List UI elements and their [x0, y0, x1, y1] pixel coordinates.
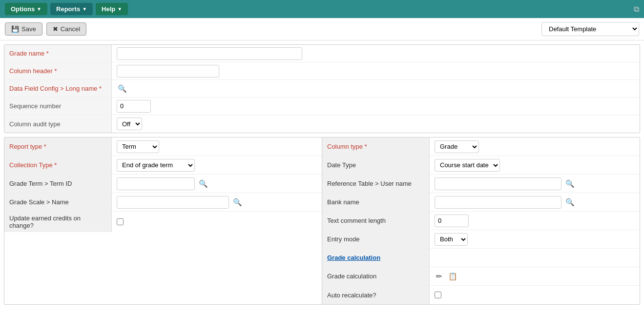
ref-table-label: Reference Table > User name	[322, 175, 430, 193]
grade-scale-input[interactable]	[117, 196, 229, 209]
entry-mode-label: Entry mode	[322, 230, 430, 248]
grade-calculation-control: ✏ 📋	[430, 270, 640, 283]
grade-term-search-button[interactable]: 🔍	[198, 179, 209, 188]
text-comment-control	[430, 213, 640, 229]
top-toolbar: Options ▼ Reports ▼ Help ▼ ⧉	[0, 0, 644, 18]
help-button[interactable]: Help ▼	[96, 3, 128, 15]
grade-name-input[interactable]	[117, 47, 302, 60]
date-type-select[interactable]: Course start date Course end date	[435, 159, 500, 172]
column-type-row: Column type * Grade Comment Both	[322, 137, 640, 156]
cancel-button[interactable]: ✖ Cancel	[46, 22, 86, 36]
save-icon: 💾	[11, 25, 19, 33]
options-button[interactable]: Options ▼	[5, 3, 47, 15]
grade-name-label: Grade name *	[4, 45, 112, 62]
column-audit-row: Column audit type Off	[4, 115, 640, 133]
grade-name-control	[112, 45, 640, 62]
column-header-label: Column header *	[4, 62, 112, 79]
collection-type-select[interactable]: End of grade term Beginning of term End …	[117, 159, 195, 172]
bank-name-row: Bank name 🔍	[322, 193, 640, 212]
column-audit-label: Column audit type	[4, 115, 112, 133]
bottom-form-section: Report type * Term Final Progress Collec…	[4, 137, 640, 305]
reports-label: Reports	[56, 5, 80, 13]
grade-calculation-section-label: Grade calculation	[322, 249, 430, 267]
ref-table-search-button[interactable]: 🔍	[564, 179, 576, 188]
report-type-label: Report type *	[4, 137, 112, 156]
update-credits-row: Update earned credits on change?	[4, 212, 322, 232]
sequence-number-control	[112, 98, 640, 115]
template-select[interactable]: Default Template	[541, 22, 639, 36]
text-comment-label: Text comment length	[322, 212, 430, 230]
grade-scale-search-button[interactable]: 🔍	[232, 198, 243, 207]
grade-scale-row: Grade Scale > Name 🔍	[4, 193, 322, 212]
help-arrow-icon: ▼	[117, 6, 122, 12]
text-comment-input[interactable]	[435, 215, 469, 227]
sequence-number-label: Sequence number	[4, 98, 112, 115]
auto-recalculate-row: Auto recalculate?	[322, 286, 640, 304]
column-type-select[interactable]: Grade Comment Both	[435, 140, 479, 153]
grade-calculation-link[interactable]: Grade calculation	[327, 254, 380, 261]
bank-name-input[interactable]	[435, 196, 561, 209]
update-credits-checkbox[interactable]	[117, 218, 124, 225]
window-control: ⧉	[634, 5, 639, 14]
options-arrow-icon: ▼	[37, 6, 42, 12]
auto-recalculate-control	[430, 290, 640, 300]
bank-name-label: Bank name	[322, 193, 430, 211]
entry-mode-control: Both Direct Grid	[430, 231, 640, 248]
collection-type-label: Collection Type *	[4, 156, 112, 174]
right-panel: Column type * Grade Comment Both Date Ty…	[322, 137, 640, 304]
report-type-select[interactable]: Term Final Progress	[117, 140, 159, 153]
date-type-row: Date Type Course start date Course end d…	[322, 156, 640, 175]
column-header-control	[112, 63, 640, 79]
reports-arrow-icon: ▼	[82, 6, 87, 12]
column-header-row: Column header *	[4, 62, 640, 80]
auto-recalculate-checkbox[interactable]	[435, 292, 441, 298]
grade-calculation-header-control	[430, 256, 640, 260]
column-audit-control: Off	[112, 116, 640, 132]
column-header-input[interactable]	[117, 65, 219, 78]
reports-button[interactable]: Reports ▼	[50, 3, 93, 15]
sequence-number-row: Sequence number	[4, 98, 640, 115]
update-credits-label: Update earned credits on change?	[4, 212, 112, 232]
data-field-row: Data Field Config > Long name * 🔍	[4, 80, 640, 98]
grade-calculation-edit-button[interactable]: ✏	[435, 272, 444, 281]
grade-term-row: Grade Term > Term ID 🔍	[4, 175, 322, 193]
cancel-label: Cancel	[61, 25, 80, 33]
save-label: Save	[21, 25, 36, 33]
entry-mode-select[interactable]: Both Direct Grid	[435, 233, 468, 246]
ref-table-row: Reference Table > User name 🔍	[322, 175, 640, 193]
column-audit-select[interactable]: Off	[117, 117, 142, 130]
data-field-label: Data Field Config > Long name *	[4, 80, 112, 97]
date-type-label: Date Type	[322, 156, 430, 174]
data-field-search-button[interactable]: 🔍	[117, 84, 128, 93]
save-button[interactable]: 💾 Save	[5, 22, 42, 36]
grade-name-row: Grade name *	[4, 45, 640, 62]
help-label: Help	[102, 5, 115, 13]
ref-table-input[interactable]	[435, 177, 561, 190]
grade-calculation-row: Grade calculation ✏ 📋	[322, 267, 640, 286]
collection-type-control: End of grade term Beginning of term End …	[112, 157, 322, 174]
top-form-section: Grade name * Column header * Data Field …	[4, 44, 640, 133]
sequence-number-input[interactable]	[117, 100, 151, 113]
grade-calculation-row-label: Grade calculation	[322, 267, 430, 285]
ref-table-control: 🔍	[430, 176, 640, 192]
auto-recalculate-label: Auto recalculate?	[322, 286, 430, 304]
template-select-wrap: Default Template	[541, 22, 639, 36]
action-toolbar: 💾 Save ✖ Cancel Default Template	[0, 18, 644, 40]
column-type-label: Column type *	[322, 137, 430, 156]
window-icon[interactable]: ⧉	[634, 5, 639, 13]
data-field-control: 🔍	[112, 82, 640, 95]
main-content: Grade name * Column header * Data Field …	[0, 44, 644, 305]
report-type-control: Term Final Progress	[112, 138, 322, 155]
date-type-control: Course start date Course end date	[430, 157, 640, 174]
grade-scale-control: 🔍	[112, 194, 322, 211]
column-type-control: Grade Comment Both	[430, 138, 640, 155]
grade-term-input[interactable]	[117, 177, 195, 190]
grade-calculation-header-row: Grade calculation	[322, 249, 640, 267]
bank-name-search-button[interactable]: 🔍	[564, 198, 576, 207]
entry-mode-row: Entry mode Both Direct Grid	[322, 230, 640, 249]
report-type-row: Report type * Term Final Progress	[4, 137, 322, 156]
grade-term-control: 🔍	[112, 176, 322, 192]
text-comment-row: Text comment length	[322, 212, 640, 230]
collection-type-row: Collection Type * End of grade term Begi…	[4, 156, 322, 175]
grade-calculation-copy-button[interactable]: 📋	[447, 272, 459, 281]
